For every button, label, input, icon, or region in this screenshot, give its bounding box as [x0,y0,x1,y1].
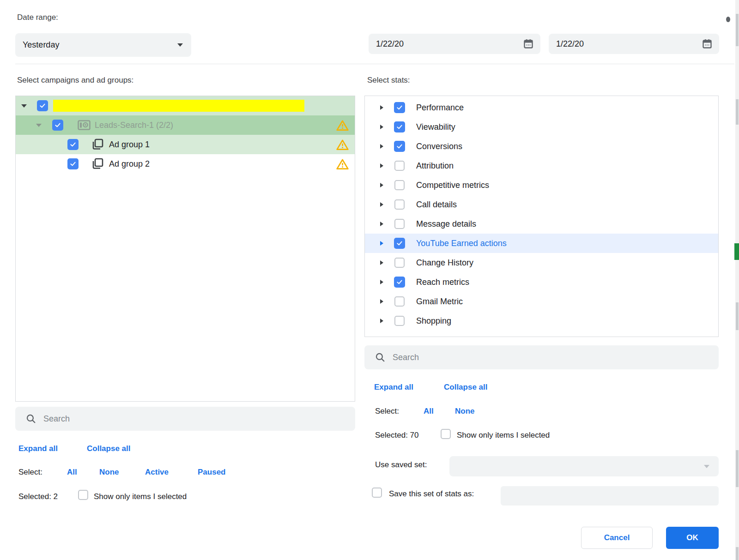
stat-checkbox[interactable] [394,141,405,152]
campaigns-title: Select campaigns and ad groups: [17,76,133,85]
stats-row[interactable]: Competitive metrics [365,175,718,195]
stats-row[interactable]: Viewability [365,117,718,137]
stats-row[interactable]: Shopping [365,311,718,331]
use-saved-set-label: Use saved set: [375,460,427,470]
ad-group-checkbox[interactable] [67,139,79,150]
campaigns-expand-all-link[interactable]: Expand all [18,444,58,453]
stats-row[interactable]: Performance [365,98,718,117]
expand-caret-icon[interactable] [380,241,383,246]
stats-select-all-link[interactable]: All [424,407,434,416]
stat-checkbox[interactable] [394,199,405,210]
stat-label: Conversions [416,142,462,151]
expand-caret-icon[interactable] [380,299,383,304]
stat-checkbox[interactable] [394,161,405,171]
expand-caret-icon[interactable] [380,202,383,207]
campaigns-select-none-link[interactable]: None [99,468,119,477]
stats-expand-all-link[interactable]: Expand all [374,383,413,392]
start-date-field[interactable]: 1/22/20 [369,34,540,54]
divider [15,64,734,64]
stat-checkbox[interactable] [394,102,405,113]
tree-row-account[interactable] [16,96,355,115]
stat-label: Gmail Metric [416,297,463,307]
expand-caret-icon[interactable] [380,125,383,129]
campaign-search-input[interactable] [43,414,355,424]
stat-label: Competitive metrics [416,181,489,190]
expand-caret-icon[interactable] [380,222,383,226]
tree-row-ad-group[interactable]: Ad group 1 [16,135,355,154]
search-icon [25,413,37,425]
stats-search[interactable] [364,345,719,369]
stat-checkbox[interactable] [394,258,405,268]
campaigns-select-paused-link[interactable]: Paused [198,468,225,477]
stat-checkbox[interactable] [394,121,405,132]
ad-group-checkbox[interactable] [67,158,79,169]
expand-caret-icon[interactable] [380,319,383,323]
stat-label: Viewability [416,122,455,132]
campaign-checkbox[interactable] [52,120,63,131]
stats-title: Select stats: [367,76,410,85]
stat-label: YouTube Earned actions [416,239,507,248]
redacted-account-name [53,100,304,112]
expand-caret-icon[interactable] [380,280,383,284]
stats-row[interactable]: Change History [365,253,718,272]
expand-caret-icon[interactable] [380,260,383,265]
stats-select-none-link[interactable]: None [455,407,475,416]
save-set-checkbox[interactable] [372,488,382,498]
stats-show-only-label: Show only items I selected [457,431,550,440]
stat-label: Call details [416,200,457,210]
save-set-name-input[interactable] [501,486,719,506]
stats-collapse-all-link[interactable]: Collapse all [444,383,487,392]
account-checkbox[interactable] [37,100,48,111]
search-campaign-icon [78,120,91,130]
expand-caret-icon[interactable] [380,163,383,168]
tree-row-ad-group[interactable]: Ad group 2 [16,154,355,174]
expand-caret-icon[interactable] [380,105,383,110]
stats-search-input[interactable] [393,353,719,362]
chevron-down-icon [177,43,183,47]
stats-row-selected[interactable]: YouTube Earned actions [365,234,718,253]
stat-checkbox[interactable] [394,316,405,326]
collapse-caret-icon[interactable] [36,124,42,127]
background-page-scrollbar[interactable] [735,0,739,560]
calendar-icon[interactable] [702,38,713,49]
campaigns-select-active-link[interactable]: Active [145,468,169,477]
warning-icon [336,158,349,170]
stats-row[interactable]: Conversions [365,137,718,156]
stats-select-label: Select: [375,407,399,416]
cancel-button[interactable]: Cancel [581,527,653,549]
date-preset-dropdown[interactable]: Yesterday [15,33,191,57]
stats-selected-count: Selected: 70 [375,431,419,440]
stats-row[interactable]: Attribution [365,156,718,175]
stat-checkbox[interactable] [394,180,405,190]
collapse-caret-icon[interactable] [21,104,27,108]
background-page-fragment-green [734,243,739,260]
stats-row[interactable]: Call details [365,195,718,214]
stat-checkbox[interactable] [394,296,405,307]
campaign-tree: Leads-Search-1 (2/2) Ad group 1 [15,96,355,402]
campaigns-select-all-link[interactable]: All [67,468,77,477]
stat-checkbox[interactable] [394,277,405,288]
stats-row[interactable]: Gmail Metric [365,292,718,311]
calendar-icon[interactable] [523,38,534,49]
campaigns-show-only-label: Show only items I selected [94,492,187,501]
tree-row-campaign[interactable]: Leads-Search-1 (2/2) [16,115,355,135]
ok-button[interactable]: OK [666,527,719,549]
stats-show-only-checkbox[interactable] [441,429,451,439]
stat-checkbox[interactable] [394,219,405,229]
end-date-field[interactable]: 1/22/20 [549,34,719,54]
expand-caret-icon[interactable] [380,144,383,149]
stat-label: Shopping [416,316,451,326]
expand-caret-icon[interactable] [380,183,383,187]
campaigns-select-label: Select: [18,468,42,477]
stat-label: Message details [416,219,476,229]
campaigns-show-only-checkbox[interactable] [78,490,88,500]
warning-icon [336,120,349,131]
campaign-search[interactable] [15,407,355,431]
campaign-name: Leads-Search-1 (2/2) [95,120,173,130]
stats-row[interactable]: Reach metrics [365,272,718,292]
campaigns-collapse-all-link[interactable]: Collapse all [87,444,130,453]
saved-set-dropdown[interactable] [449,456,719,476]
stat-checkbox[interactable] [394,238,405,249]
start-date-value: 1/22/20 [369,39,523,49]
stats-row[interactable]: Message details [365,214,718,234]
